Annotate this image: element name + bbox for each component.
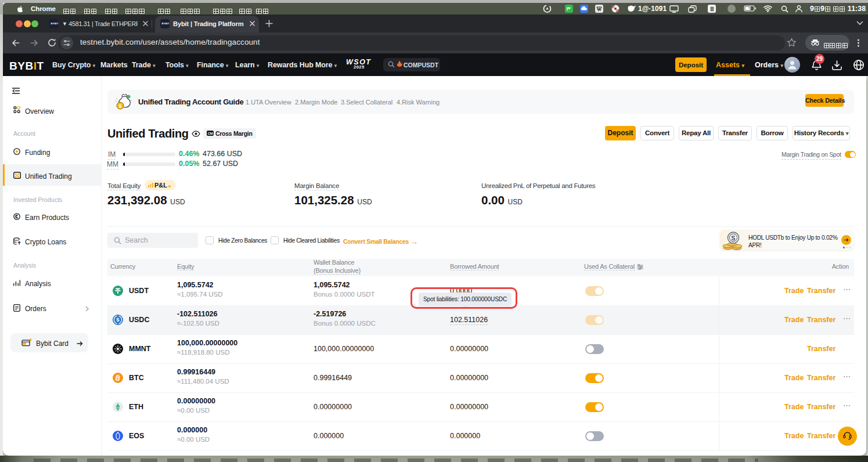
svg-text:$: $ — [118, 103, 121, 109]
svg-text:S: S — [731, 234, 735, 241]
svg-text:$: $ — [116, 316, 120, 323]
svg-text:CM: CM — [208, 132, 213, 135]
